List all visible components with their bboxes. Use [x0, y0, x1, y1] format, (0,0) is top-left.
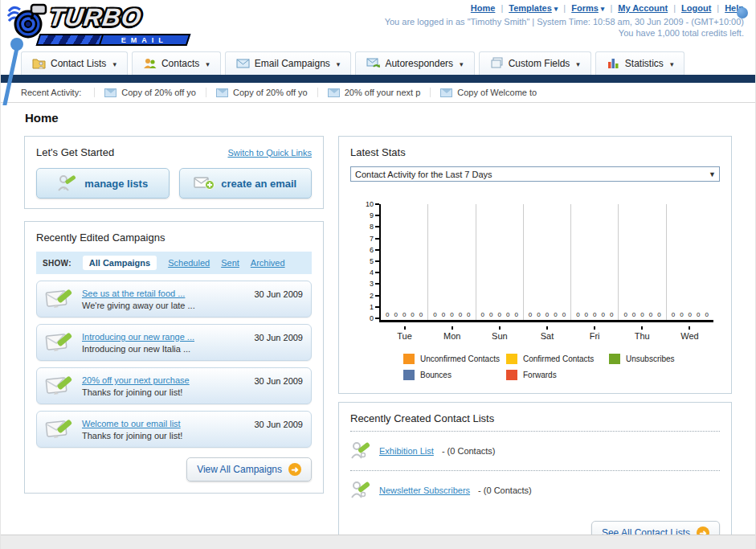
campaign-title-link[interactable]: Introducing our new range ... [82, 332, 194, 342]
campaign-title-link[interactable]: 20% off your next purchase [82, 375, 190, 385]
bar-value-label: 0 [529, 311, 532, 318]
bar-value-label: 0 [562, 311, 566, 318]
recent-activity-item[interactable]: Copy of 20% off yo [206, 88, 317, 97]
show-label: SHOW: [43, 259, 72, 268]
legend-swatch [403, 354, 415, 364]
contact-list-link[interactable]: Newsletter Subscribers [379, 485, 470, 495]
switch-quick-links[interactable]: Switch to Quick Links [227, 148, 312, 158]
nav-link-forms[interactable]: Forms [571, 3, 604, 13]
nav-link-my-account[interactable]: My Account [618, 3, 668, 13]
y-tick-label: 9 [370, 211, 379, 219]
activity-item-label: 20% off your next p [345, 88, 421, 97]
y-tick-label: 3 [370, 280, 379, 288]
bar-value-label: 0 [585, 311, 588, 318]
bar-value-label: 0 [657, 311, 660, 318]
page-title: Home [25, 111, 755, 125]
tab-custom-fields[interactable]: Custom Fields [479, 51, 591, 75]
recent-activity-item[interactable]: 20% off your next p [317, 88, 431, 97]
envelope-pencil-icon [45, 287, 74, 311]
campaign-date: 30 Jun 2009 [254, 289, 303, 299]
tab-contact-lists[interactable]: Contact Lists [21, 51, 128, 75]
filter-archived[interactable]: Archived [251, 258, 285, 268]
contact-list-link[interactable]: Exhibition List [379, 446, 434, 456]
envelope-icon [440, 88, 452, 97]
bar-value-label: 0 [419, 311, 423, 318]
view-all-campaigns-button[interactable]: View All Campaigns ➜ [186, 457, 312, 481]
recent-activity-label: Recent Activity: [21, 88, 81, 97]
filter-sent[interactable]: Sent [221, 258, 239, 268]
bar-value-label: 0 [442, 311, 445, 318]
tab-statistics[interactable]: Statistics [595, 51, 685, 75]
chart-group: 00000 [524, 204, 571, 320]
stats-dropdown-value: Contact Activity for the Last 7 Days [355, 170, 492, 179]
get-started-panel: Let's Get Started Switch to Quick Links … [24, 136, 324, 209]
page-footer [1, 535, 755, 549]
person-pencil-icon [57, 174, 78, 192]
nav-link-logout[interactable]: Logout [681, 3, 711, 13]
bar-value-label: 0 [554, 311, 557, 318]
tab-email-campaigns[interactable]: Email Campaigns [225, 51, 352, 75]
chart-legend: Unconfirmed ContactsConfirmed ContactsUn… [403, 354, 713, 380]
bar-value-label: 0 [497, 311, 501, 318]
bar-value-label: 0 [649, 311, 652, 318]
help-bubble-icon [737, 7, 748, 18]
activity-item-label: Copy of 20% off yo [233, 88, 308, 97]
x-axis-category: Fri [571, 326, 619, 341]
envelope-icon [104, 88, 116, 97]
bar-value-label: 0 [489, 311, 492, 318]
y-tick-label: 0 [370, 314, 379, 322]
bar-value-label: 0 [680, 311, 683, 318]
y-tick-label: 2 [370, 292, 379, 300]
bar-value-label: 0 [481, 311, 484, 318]
campaign-card[interactable]: See us at the retail food ... We're givi… [36, 281, 312, 318]
campaign-card[interactable]: Introducing our new range ... Introducin… [36, 324, 312, 361]
bar-value-label: 0 [593, 311, 596, 318]
chart-plot: 00000000000000000000000000000000000 [379, 204, 713, 322]
nav-link-templates[interactable]: Templates [509, 3, 558, 13]
legend-item: Forwards [506, 370, 609, 380]
campaign-subtitle: Thanks for joining our list! [82, 387, 246, 399]
main-content: Let's Get Started Switch to Quick Links … [1, 131, 755, 549]
y-tick-label: 5 [370, 257, 379, 265]
stats-report-dropdown[interactable]: Contact Activity for the Last 7 Days ▼ [350, 166, 720, 182]
turbo-email-logo[interactable]: TURBO EMAIL [7, 3, 196, 45]
nav-link-home[interactable]: Home [471, 3, 496, 13]
header-nav: Home Templates Forms My Account Logout H… [385, 3, 744, 13]
right-column: Latest Stats Contact Activity for the La… [338, 136, 732, 549]
bar-value-label: 0 [601, 311, 604, 318]
tab-autoresponders[interactable]: Autoresponders [355, 51, 474, 75]
bar-chart-icon [607, 57, 620, 69]
get-started-title: Let's Get Started [36, 146, 114, 158]
manage-lists-button[interactable]: manage lists [36, 168, 170, 199]
y-tick-label: 7 [370, 235, 379, 243]
legend-swatch [403, 370, 415, 380]
campaign-title-link[interactable]: Welcome to our email list [82, 419, 181, 428]
recent-activity-item[interactable]: Copy of 20% off yo [94, 88, 206, 97]
folder-user-icon [32, 57, 46, 69]
envelope-refresh-icon [366, 57, 380, 69]
contact-list-count: - (0 Contacts) [442, 446, 496, 456]
filter-scheduled[interactable]: Scheduled [168, 258, 210, 268]
campaign-title-link[interactable]: See us at the retail food ... [82, 289, 185, 298]
bar-value-label: 0 [672, 311, 675, 318]
chevron-down-icon: ▼ [709, 170, 716, 178]
tab-contacts[interactable]: Contacts [132, 51, 221, 75]
filter-all-campaigns[interactable]: All Campaigns [83, 256, 157, 270]
pages-icon [490, 57, 504, 69]
campaign-card[interactable]: Welcome to our email list Thanks for joi… [36, 411, 312, 448]
bar-value-label: 0 [467, 311, 470, 318]
view-all-campaigns-label: View All Campaigns [197, 464, 282, 475]
manage-lists-label: manage lists [84, 178, 148, 190]
logo-title: TURBO [47, 3, 143, 32]
x-axis-category: Sun [476, 326, 523, 341]
create-email-button[interactable]: create an email [179, 168, 313, 199]
tab-label: Custom Fields [509, 58, 570, 69]
contact-activity-chart: 109876543210 000000000000000000000000000… [362, 204, 713, 380]
campaign-card[interactable]: 20% off your next purchase Thanks for jo… [36, 367, 312, 404]
campaigns-title: Recently Edited Campaigns [36, 231, 312, 244]
recent-activity-item[interactable]: Copy of Welcome to [430, 88, 546, 97]
chart-group: 00000 [619, 204, 666, 320]
chart-group: 00000 [667, 204, 713, 320]
bar-value-label: 0 [705, 311, 709, 318]
chart-group: 00000 [428, 204, 476, 320]
